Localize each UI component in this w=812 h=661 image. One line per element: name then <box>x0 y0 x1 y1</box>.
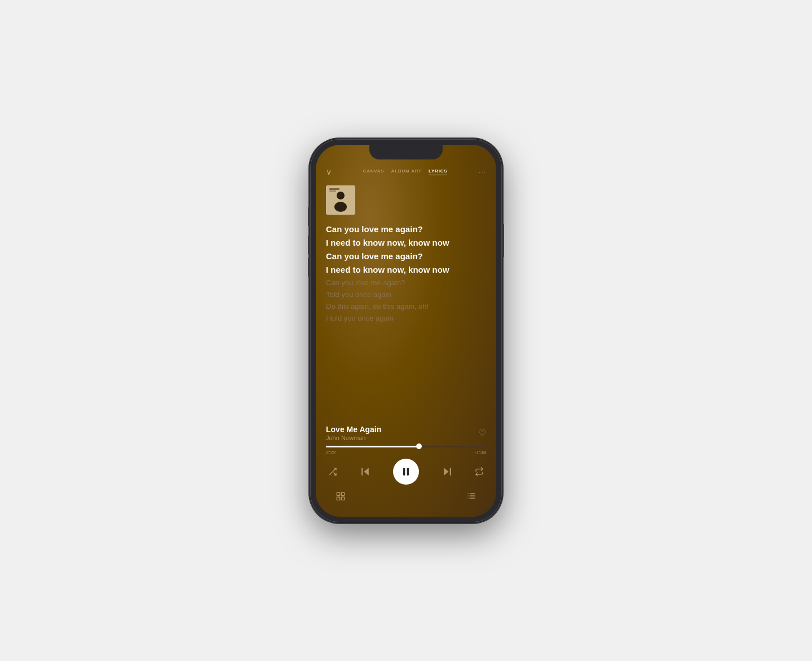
previous-button[interactable] <box>360 466 371 477</box>
bottom-bar <box>326 491 486 510</box>
like-button[interactable]: ♡ <box>478 428 486 438</box>
svg-rect-15 <box>341 493 344 495</box>
playback-controls <box>326 459 486 485</box>
album-thumbnail-container <box>316 180 496 219</box>
svg-rect-4 <box>329 188 339 190</box>
progress-bar-track[interactable] <box>326 446 486 447</box>
svg-rect-11 <box>407 468 409 475</box>
lyric-line-5: Can you love me again? <box>326 277 486 289</box>
pause-button[interactable] <box>393 459 419 485</box>
svg-point-2 <box>337 192 345 199</box>
playlist-icon[interactable] <box>467 491 476 502</box>
more-options-icon[interactable]: ··· <box>479 168 486 176</box>
svg-marker-8 <box>364 468 368 475</box>
svg-rect-17 <box>341 497 344 500</box>
svg-rect-10 <box>403 468 405 475</box>
lyric-line-8: I told you once again <box>326 313 486 324</box>
time-remaining: -1:38 <box>474 450 486 455</box>
time-elapsed: 2:22 <box>326 450 336 455</box>
album-art-thumbnail[interactable] <box>326 185 355 215</box>
lyrics-section: Can you love me again? I need to know no… <box>316 219 496 419</box>
lyric-line-6: Told you once again <box>326 289 486 300</box>
progress-dot <box>416 443 422 449</box>
phone-screen: ∨ CANVAS ALBUM ART LYRICS ··· <box>316 145 496 517</box>
svg-rect-5 <box>329 190 336 192</box>
phone-notch <box>369 145 443 159</box>
lyric-line-1: Can you love me again? <box>326 223 486 236</box>
tab-canvas[interactable]: CANVAS <box>363 168 385 175</box>
track-details: Love Me Again John Newman <box>326 425 381 441</box>
repeat-button[interactable] <box>475 467 484 476</box>
track-info: Love Me Again John Newman ♡ <box>326 425 486 441</box>
lyric-line-3: Can you love me again? <box>326 250 486 263</box>
next-button[interactable] <box>442 466 453 477</box>
track-title: Love Me Again <box>326 425 381 434</box>
shuffle-button[interactable] <box>328 467 337 476</box>
progress-bar-fill <box>326 446 419 447</box>
tab-lyrics[interactable]: LYRICS <box>429 168 447 175</box>
svg-point-3 <box>334 202 347 212</box>
tab-album-art[interactable]: ALBUM ART <box>391 168 422 175</box>
track-artist: John Newman <box>326 434 381 441</box>
player-bottom: Love Me Again John Newman ♡ 2:22 -1:38 <box>316 419 496 517</box>
progress-times: 2:22 -1:38 <box>326 450 486 455</box>
phone-frame: ∨ CANVAS ALBUM ART LYRICS ··· <box>310 139 502 522</box>
progress-container[interactable]: 2:22 -1:38 <box>326 446 486 455</box>
svg-rect-14 <box>337 493 339 495</box>
chevron-down-icon[interactable]: ∨ <box>326 167 332 176</box>
view-tabs: CANVAS ALBUM ART LYRICS <box>363 168 448 175</box>
lyric-line-7: Do this again, do this again, oh! <box>326 301 486 312</box>
queue-icon[interactable] <box>336 491 345 502</box>
lyric-line-2: I need to know now, know now <box>326 236 486 249</box>
svg-marker-12 <box>444 468 448 475</box>
lyric-line-4: I need to know now, know now <box>326 263 486 276</box>
svg-rect-16 <box>337 497 339 500</box>
top-navigation: ∨ CANVAS ALBUM ART LYRICS ··· <box>316 163 496 180</box>
